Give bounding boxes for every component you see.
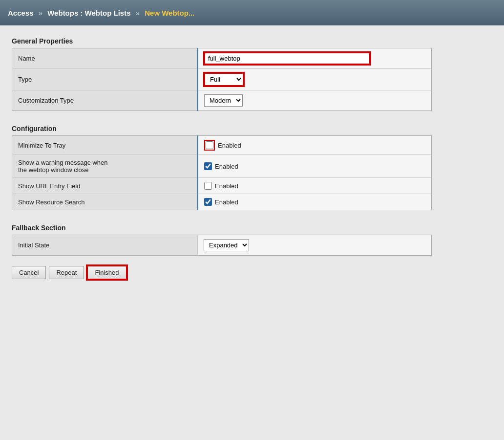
customization-type-value-cell: Modern Legacy (198, 90, 432, 111)
cancel-button[interactable]: Cancel (12, 266, 46, 279)
show-url-checkbox-row: Enabled (204, 182, 425, 190)
general-properties-heading: General Properties (12, 37, 492, 45)
show-url-checkbox[interactable] (204, 182, 212, 190)
show-url-value-cell: Enabled (198, 178, 432, 194)
configuration-table: Minimize To Tray Enabled Show a warning … (12, 135, 432, 210)
show-warning-checkbox[interactable] (204, 162, 212, 170)
initial-state-select[interactable]: Expanded Collapsed (204, 239, 249, 251)
main-content: General Properties Name Type Full Webtop (0, 25, 504, 440)
minimize-tray-value-cell: Enabled (198, 136, 432, 155)
minimize-tray-checkbox-wrap (204, 140, 215, 151)
show-resource-search-label: Show Resource Search (12, 194, 198, 210)
repeat-button[interactable]: Repeat (49, 266, 84, 279)
name-value-cell (198, 48, 432, 69)
table-row: Customization Type Modern Legacy (12, 90, 432, 111)
show-warning-label: Show a warning message whenthe webtop wi… (12, 155, 198, 178)
table-row: Type Full Webtop (12, 69, 432, 90)
show-resource-search-enabled-label: Enabled (215, 198, 238, 206)
type-value-cell: Full Webtop (198, 69, 432, 90)
type-label: Type (12, 69, 198, 90)
breadcrumb-webtops[interactable]: Webtops : Webtop Lists (47, 9, 130, 17)
table-row: Minimize To Tray Enabled (12, 136, 432, 155)
fallback-table: Initial State Expanded Collapsed (12, 235, 432, 256)
customization-type-select[interactable]: Modern Legacy (204, 94, 243, 107)
table-row: Name (12, 48, 432, 69)
table-row: Show Resource Search Enabled (12, 194, 432, 210)
show-resource-search-checkbox[interactable] (204, 198, 212, 206)
customization-type-label: Customization Type (12, 90, 198, 111)
show-warning-value-cell: Enabled (198, 155, 432, 178)
minimize-tray-checkbox[interactable] (206, 141, 213, 149)
breadcrumb-new-webtop[interactable]: New Webtop... (145, 9, 194, 17)
initial-state-label: Initial State (12, 235, 198, 256)
separator-1: » (39, 9, 45, 17)
breadcrumb: Access » Webtops : Webtop Lists » New We… (8, 9, 194, 17)
initial-state-value-cell: Expanded Collapsed (198, 235, 432, 256)
minimize-tray-enabled-label: Enabled (218, 142, 241, 149)
show-warning-checkbox-row: Enabled (204, 162, 425, 170)
type-select[interactable]: Full Webtop (204, 73, 244, 86)
finished-button[interactable]: Finished (87, 265, 126, 280)
button-row: Cancel Repeat Finished (12, 265, 492, 280)
name-input[interactable] (204, 52, 370, 65)
show-url-enabled-label: Enabled (215, 182, 238, 190)
configuration-heading: Configuration (12, 125, 492, 132)
minimize-tray-label: Minimize To Tray (12, 136, 198, 155)
show-warning-enabled-label: Enabled (215, 163, 238, 170)
name-label: Name (12, 48, 198, 69)
table-row: Show a warning message whenthe webtop wi… (12, 155, 432, 178)
general-properties-table: Name Type Full Webtop Customization Type (12, 48, 432, 111)
show-resource-search-value-cell: Enabled (198, 194, 432, 210)
fallback-section-heading: Fallback Section (12, 224, 492, 232)
header-bar: Access » Webtops : Webtop Lists » New We… (0, 0, 504, 25)
show-resource-search-checkbox-row: Enabled (204, 198, 425, 206)
show-url-label: Show URL Entry Field (12, 178, 198, 194)
breadcrumb-access[interactable]: Access (8, 9, 34, 17)
separator-2: » (136, 9, 142, 17)
minimize-tray-checkbox-row: Enabled (204, 140, 425, 151)
table-row: Show URL Entry Field Enabled (12, 178, 432, 194)
table-row: Initial State Expanded Collapsed (12, 235, 432, 256)
